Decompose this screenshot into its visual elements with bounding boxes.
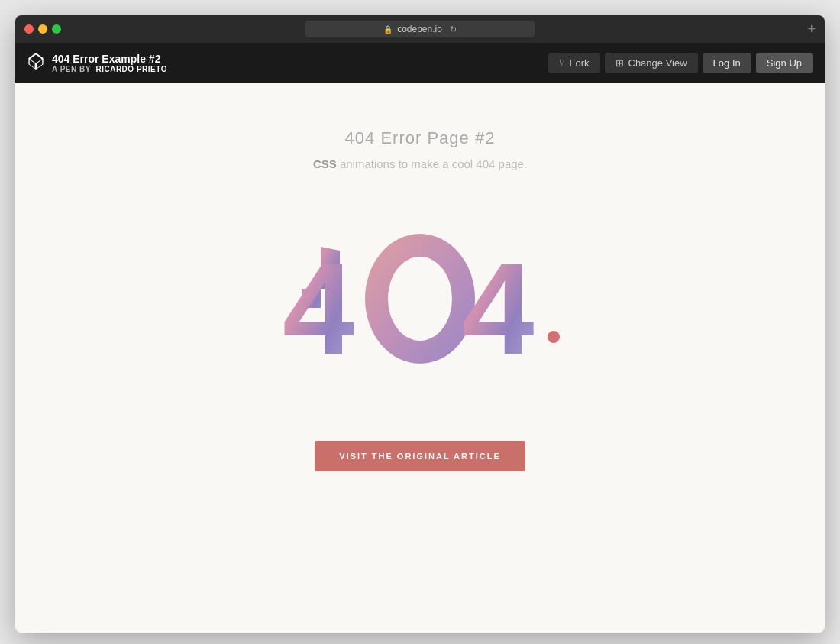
brand-text: 404 Error Example #2 A PEN BY Ricardo Pr… xyxy=(52,53,167,73)
traffic-lights xyxy=(24,24,61,34)
codepen-icon xyxy=(27,53,44,73)
page-subtitle: CSS animations to make a cool 404 page. xyxy=(313,157,527,170)
browser-window: 🔒 codepen.io ↻ + 404 Error Example #2 A … xyxy=(15,15,825,633)
fork-icon: ⑂ xyxy=(559,57,565,69)
css-highlight: CSS xyxy=(313,157,337,170)
new-tab-button[interactable]: + xyxy=(807,22,816,36)
svg-text:4: 4 xyxy=(462,236,535,381)
login-label: Log In xyxy=(713,57,741,69)
brand-area: 404 Error Example #2 A PEN BY Ricardo Pr… xyxy=(27,53,548,73)
dot-accent xyxy=(548,331,560,343)
digit-0-middle xyxy=(365,234,475,364)
minimize-button[interactable] xyxy=(38,24,47,34)
digit-4-right: 4 xyxy=(462,236,535,381)
visit-button-label: VISIT THE ORIGINAL ARTICLE xyxy=(339,451,501,461)
signup-label: Sign Up xyxy=(767,57,802,69)
error-display: 4 4 xyxy=(267,216,573,387)
title-bar: 🔒 codepen.io ↻ + xyxy=(15,15,825,43)
maximize-button[interactable] xyxy=(52,24,61,34)
toolbar-actions: ⑂ Fork ⊞ Change View Log In Sign Up xyxy=(548,53,813,73)
author-name: Ricardo Prieto xyxy=(95,65,167,73)
toolbar: 404 Error Example #2 A PEN BY Ricardo Pr… xyxy=(15,43,825,83)
fork-label: Fork xyxy=(570,57,590,69)
change-view-icon: ⊞ xyxy=(615,57,624,69)
visit-original-button[interactable]: VISIT THE ORIGINAL ARTICLE xyxy=(315,441,525,471)
pen-by-label: A PEN BY xyxy=(52,65,91,73)
pen-author-line: A PEN BY Ricardo Prieto xyxy=(52,65,167,73)
change-view-button[interactable]: ⊞ Change View xyxy=(605,53,698,73)
fork-button[interactable]: ⑂ Fork xyxy=(548,53,600,73)
digit-4-left: 4 xyxy=(283,236,355,381)
svg-point-4 xyxy=(388,257,452,341)
change-view-label: Change View xyxy=(628,57,687,69)
content-area: 404 Error Page #2 CSS animations to make… xyxy=(15,83,825,633)
error-404-svg: 4 4 xyxy=(267,216,573,384)
address-bar[interactable]: 🔒 codepen.io ↻ xyxy=(305,21,535,37)
url-text: codepen.io xyxy=(397,24,442,34)
refresh-icon[interactable]: ↻ xyxy=(450,24,457,34)
login-button[interactable]: Log In xyxy=(703,53,751,73)
subtitle-rest: animations to make a cool 404 page. xyxy=(340,157,527,170)
close-button[interactable] xyxy=(24,24,34,34)
signup-button[interactable]: Sign Up xyxy=(756,53,813,73)
svg-text:4: 4 xyxy=(283,236,355,381)
lock-icon: 🔒 xyxy=(383,25,393,34)
page-title: 404 Error Page #2 xyxy=(345,128,496,148)
pen-title: 404 Error Example #2 xyxy=(52,53,167,65)
